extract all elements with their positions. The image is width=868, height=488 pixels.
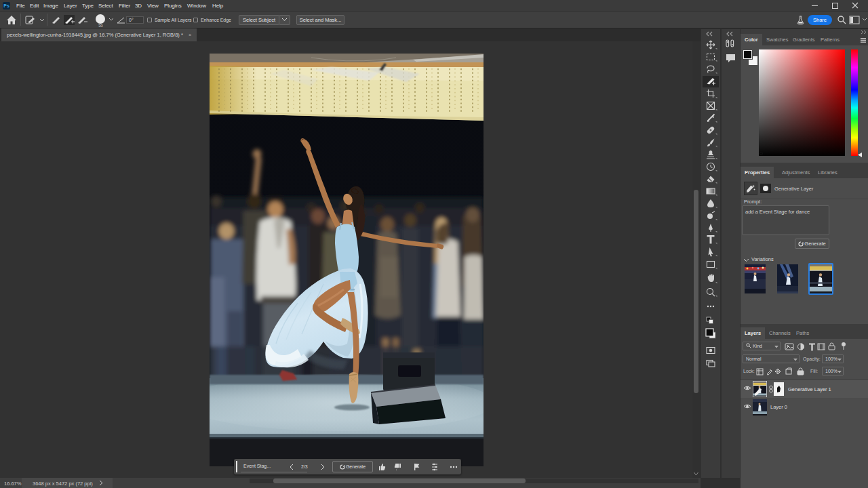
svg-text:30: 30 bbox=[98, 24, 103, 28]
